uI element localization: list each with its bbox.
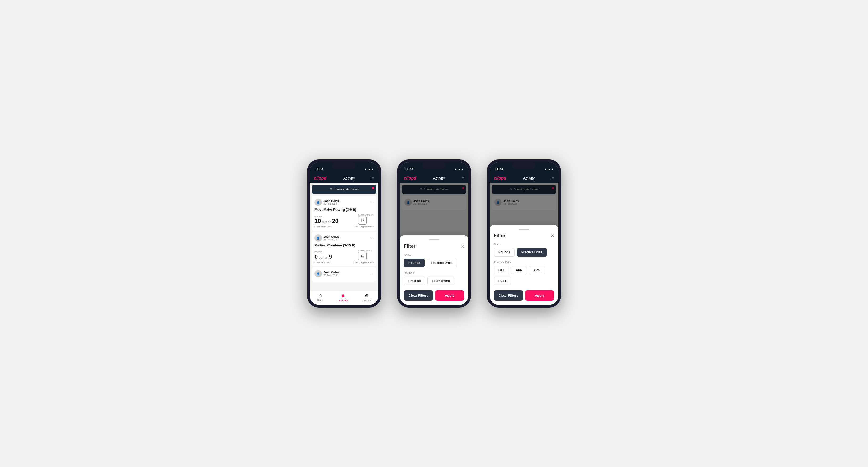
home-label-1: Home	[317, 299, 323, 302]
user-date-3: 28 Feb 2023	[323, 274, 339, 277]
filter-title-3: Filter	[494, 233, 505, 239]
menu-icon-2[interactable]: ≡	[462, 176, 464, 181]
putt-btn-3[interactable]: PUTT	[494, 277, 511, 285]
apply-btn-2[interactable]: Apply	[435, 290, 464, 301]
status-icons-1: ▲ ☁ ■	[364, 168, 373, 170]
tab-activities-1[interactable]: ♟ Activities	[338, 293, 348, 302]
card-header-3: 👤 Josh Coles 28 Feb 2023 ···	[314, 270, 374, 277]
show-buttons-3: Rounds Practice Drills	[494, 248, 554, 256]
shots-value-1: 20	[332, 218, 338, 224]
viewing-banner-2: ⚙ Viewing Activities	[402, 185, 466, 194]
viewing-text-1: Viewing Activities	[335, 187, 359, 191]
card-user-1: 👤 Josh Coles 28 Feb 2023	[314, 198, 339, 206]
score-label-1: Score	[314, 215, 339, 218]
phone-2: 11:33 ▲ ☁ ■ clippd Activity ≡ ⚙ Viewing …	[397, 159, 471, 308]
menu-icon-3[interactable]: ≡	[552, 176, 554, 181]
scene: 11:33 ▲ ☁ ■ clippd Activity ≡ ⚙ V	[291, 144, 577, 323]
rounds-btn-2[interactable]: Rounds	[404, 259, 425, 267]
arg-btn-3[interactable]: ARG	[529, 266, 545, 275]
content-1: ⚙ Viewing Activities 👤 Josh Coles	[310, 183, 378, 290]
card-footer-1: ℹ Test Information Data: Clippd Capture	[314, 225, 374, 228]
nav-bar-1: clippd Activity ≡	[310, 174, 378, 183]
wifi-icon-2: ☁	[458, 168, 460, 170]
footer-info-2: ℹ Test Information	[314, 261, 331, 263]
viewing-banner-1[interactable]: ⚙ Viewing Activities	[312, 185, 376, 194]
filter-header-2: Filter ✕	[404, 244, 464, 249]
filter-header-3: Filter ✕	[494, 233, 554, 239]
battery-icon-2: ■	[462, 168, 463, 170]
menu-icon-1[interactable]: ≡	[372, 176, 374, 181]
filter-actions-2: Clear Filters Apply	[404, 290, 464, 301]
notch-3	[512, 162, 536, 169]
score-label-2: Score	[314, 251, 332, 253]
tournament-btn-2[interactable]: Tournament	[427, 277, 454, 285]
card-user-2: 👤 Josh Coles 28 Feb 2023	[314, 234, 339, 242]
nav-title-1: Activity	[343, 176, 355, 180]
logo-1: clippd	[314, 176, 327, 181]
app-btn-3[interactable]: APP	[511, 266, 527, 275]
score-value-1: 10	[314, 218, 321, 224]
battery-icon: ■	[372, 168, 373, 170]
wifi-icon-3: ☁	[548, 168, 550, 170]
clear-filters-btn-3[interactable]: Clear Filters	[494, 290, 523, 301]
rounds-section-label-2: Rounds	[404, 271, 464, 275]
shot-quality-label-2: Shot Quality	[358, 249, 374, 252]
capture-icon-1: ⊕	[365, 293, 369, 299]
more-dots-3[interactable]: ···	[371, 272, 374, 276]
practice-drills-btn-2[interactable]: Practice Drills	[427, 259, 457, 267]
card-title-2: Putting Combine (3-15 ft)	[314, 243, 374, 247]
practice-round-btn-2[interactable]: Practice	[404, 277, 425, 285]
ott-btn-3[interactable]: OTT	[494, 266, 509, 275]
nav-title-3: Activity	[523, 176, 535, 180]
shot-quality-badge-1: 75	[358, 216, 367, 224]
avatar-3: 👤	[314, 270, 322, 277]
footer-info-1: ℹ Test Information	[314, 225, 331, 228]
out-of-1: OUT OF	[322, 221, 331, 223]
apply-btn-3[interactable]: Apply	[525, 290, 554, 301]
viewing-dot-1	[372, 187, 374, 189]
card-header-2: 👤 Josh Coles 28 Feb 2023 ···	[314, 234, 374, 242]
viewing-icon-1: ⚙	[330, 187, 333, 191]
filter-handle-2	[429, 239, 439, 240]
user-date-2: 28 Feb 2023	[323, 238, 339, 241]
logo-2: clippd	[404, 176, 416, 181]
clear-filters-btn-2[interactable]: Clear Filters	[404, 290, 433, 301]
activity-card-1: 👤 Josh Coles 28 Feb 2023 ··· Must Make P…	[312, 196, 376, 230]
nav-title-2: Activity	[433, 176, 445, 180]
status-time-2: 11:33	[405, 167, 413, 171]
shots-value-2: 9	[329, 253, 332, 260]
notch-2	[422, 162, 446, 169]
footer-source-2: Data: Clippd Capture	[354, 261, 374, 263]
rounds-btn-3[interactable]: Rounds	[494, 248, 515, 256]
avatar-1: 👤	[314, 198, 322, 206]
nav-bar-3: clippd Activity ≡	[490, 174, 558, 183]
user-name-2: Josh Coles	[323, 235, 339, 238]
filter-close-3[interactable]: ✕	[551, 233, 554, 238]
viewing-banner-wrapper-1: ⚙ Viewing Activities	[310, 185, 378, 194]
activities-label-1: Activities	[338, 299, 348, 302]
out-of-2: OUT OF	[319, 256, 328, 259]
more-dots-2[interactable]: ···	[371, 236, 374, 240]
practice-drills-btn-3[interactable]: Practice Drills	[517, 248, 547, 256]
status-icons-3: ▲ ☁ ■	[544, 168, 553, 170]
more-dots-1[interactable]: ···	[371, 200, 374, 205]
wifi-icon: ☁	[368, 168, 371, 170]
show-buttons-2: Rounds Practice Drills	[404, 259, 464, 267]
capture-label-1: Capture	[363, 299, 371, 302]
filter-close-2[interactable]: ✕	[461, 244, 464, 249]
tab-capture-1[interactable]: ⊕ Capture	[363, 293, 371, 302]
phone-3: 11:33 ▲ ☁ ■ clippd Activity ≡ ⚙ Viewing …	[487, 159, 561, 308]
filter-title-2: Filter	[404, 244, 415, 249]
signal-icon-2: ▲	[454, 168, 457, 170]
battery-icon-3: ■	[551, 168, 553, 170]
card-footer-2: ℹ Test Information Data: Clippd Capture	[314, 261, 374, 263]
avatar-2: 👤	[314, 234, 322, 242]
signal-icon-3: ▲	[544, 168, 547, 170]
user-name-3: Josh Coles	[323, 271, 339, 274]
status-time-3: 11:33	[495, 167, 503, 171]
card-header-1: 👤 Josh Coles 28 Feb 2023 ···	[314, 198, 374, 206]
tab-home-1[interactable]: ⌂ Home	[317, 293, 323, 302]
logo-3: clippd	[494, 176, 506, 181]
signal-icon: ▲	[364, 168, 367, 170]
activities-icon-1: ♟	[341, 293, 345, 299]
